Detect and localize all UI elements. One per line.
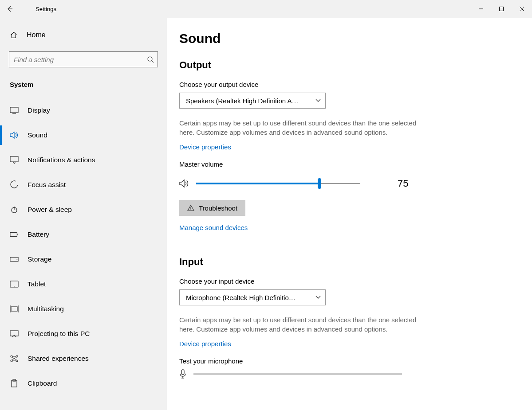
sidebar-item-projecting[interactable]: Projecting to this PC (0, 321, 167, 346)
svg-point-26 (11, 355, 12, 357)
output-device-selected: Speakers (Realtek High Definition A… (186, 97, 298, 105)
svg-point-17 (14, 286, 14, 286)
sound-icon (10, 131, 19, 139)
manage-sound-devices-link[interactable]: Manage sound devices (179, 224, 248, 231)
display-icon (10, 107, 19, 114)
nav-label: Clipboard (28, 379, 57, 387)
nav-label: Tablet (28, 280, 46, 288)
multitasking-icon (10, 305, 19, 312)
output-device-properties-link[interactable]: Device properties (179, 143, 231, 151)
svg-point-15 (16, 259, 17, 260)
notifications-icon (10, 156, 19, 164)
window-title: Settings (20, 6, 56, 12)
master-volume-slider[interactable] (196, 179, 360, 188)
close-button[interactable] (512, 0, 532, 18)
microphone-level-bar (193, 373, 402, 375)
output-heading: Output (179, 59, 514, 71)
sidebar-group-system: System (0, 77, 167, 92)
sidebar-item-battery[interactable]: Battery (0, 222, 167, 247)
back-button[interactable] (0, 0, 20, 18)
sidebar-item-tablet[interactable]: Tablet (0, 272, 167, 297)
output-choose-label: Choose your output device (179, 81, 514, 88)
sidebar-item-sound[interactable]: Sound (0, 123, 167, 148)
chevron-down-icon (315, 99, 321, 102)
content-area: Sound Output Choose your output device S… (167, 18, 532, 410)
output-device-dropdown[interactable]: Speakers (Realtek High Definition A… (179, 93, 326, 109)
chevron-down-icon (315, 296, 321, 299)
nav-label: Multitasking (28, 305, 64, 313)
nav-label: Storage (28, 255, 51, 263)
sidebar-item-display[interactable]: Display (0, 98, 167, 123)
svg-rect-38 (181, 370, 184, 375)
svg-rect-2 (500, 7, 504, 11)
microphone-icon (179, 369, 186, 379)
svg-rect-13 (17, 234, 18, 235)
input-choose-label: Choose your input device (179, 277, 514, 285)
input-device-selected: Microphone (Realtek High Definitio… (186, 294, 296, 301)
nav-label: Shared experiences (28, 355, 89, 363)
troubleshoot-label: Troubleshoot (199, 204, 237, 212)
sidebar-item-storage[interactable]: Storage (0, 247, 167, 272)
home-label: Home (27, 31, 46, 39)
focus-assist-icon (10, 180, 19, 189)
svg-point-29 (16, 360, 18, 362)
sidebar-item-focus-assist[interactable]: Focus assist (0, 172, 167, 197)
nav-label: Power & sleep (28, 206, 72, 214)
nav-label: Sound (28, 131, 47, 139)
search-input-wrapper[interactable] (9, 51, 158, 67)
sidebar-item-clipboard[interactable]: Clipboard (0, 371, 167, 396)
input-device-dropdown[interactable]: Microphone (Realtek High Definitio… (179, 289, 326, 305)
sidebar-item-shared-experiences[interactable]: Shared experiences (0, 346, 167, 371)
svg-point-5 (148, 57, 152, 61)
search-icon (147, 56, 154, 63)
master-volume-label: Master volume (179, 160, 514, 168)
storage-icon (10, 257, 19, 262)
svg-rect-18 (11, 307, 17, 311)
svg-rect-7 (10, 107, 18, 113)
output-help-text: Certain apps may be set up to use differ… (179, 118, 419, 137)
svg-rect-9 (10, 156, 18, 162)
nav-label: Focus assist (28, 181, 66, 189)
slider-thumb[interactable] (318, 178, 321, 189)
test-mic-label: Test your microphone (179, 357, 514, 365)
input-device-properties-link[interactable]: Device properties (179, 340, 231, 348)
nav-label: Projecting to this PC (28, 330, 90, 338)
power-icon (10, 206, 19, 214)
titlebar: Settings (0, 0, 532, 18)
nav-label: Battery (28, 230, 49, 238)
window-controls (471, 0, 532, 18)
shared-experiences-icon (10, 355, 19, 363)
troubleshoot-button[interactable]: Troubleshoot (179, 200, 245, 216)
battery-icon (10, 232, 19, 237)
nav-label: Display (28, 106, 50, 114)
svg-line-6 (152, 61, 154, 62)
volume-icon[interactable] (179, 179, 190, 188)
sidebar-item-power-sleep[interactable]: Power & sleep (0, 197, 167, 222)
warning-icon (187, 204, 194, 211)
sidebar-item-notifications[interactable]: Notifications & actions (0, 148, 167, 172)
page-title: Sound (179, 31, 514, 46)
svg-point-27 (16, 355, 18, 357)
minimize-button[interactable] (471, 0, 491, 18)
maximize-button[interactable] (491, 0, 512, 18)
tablet-icon (10, 281, 19, 288)
svg-rect-12 (10, 232, 17, 236)
input-heading: Input (179, 256, 514, 268)
nav-label: Notifications & actions (28, 156, 95, 164)
sidebar-home[interactable]: Home (0, 27, 167, 43)
clipboard-icon (10, 379, 19, 388)
projecting-icon (10, 330, 19, 337)
sidebar: Home System Display Sound (0, 18, 167, 410)
search-input[interactable] (14, 56, 142, 63)
home-icon (10, 31, 18, 39)
input-help-text: Certain apps may be set up to use differ… (179, 315, 419, 334)
sidebar-item-multitasking[interactable]: Multitasking (0, 297, 167, 321)
svg-point-28 (11, 360, 12, 362)
svg-point-37 (190, 209, 191, 210)
master-volume-value: 75 (398, 178, 408, 189)
